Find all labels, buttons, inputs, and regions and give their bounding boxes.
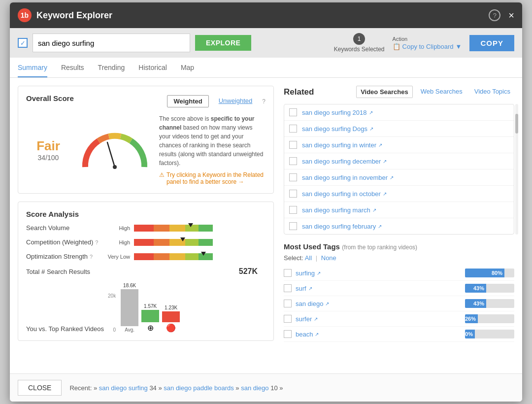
score-description: The score above is specific to your chan… [159,114,266,168]
related-item-checkbox-6[interactable] [289,206,297,214]
tag-link-4[interactable]: beach ↗ [296,331,461,338]
related-item-checkbox-3[interactable] [289,157,297,165]
optimization-bar [134,253,213,260]
related-scrollbar[interactable] [515,104,518,235]
tag-pct-2: 43% [473,301,484,306]
copy-to-clipboard-link[interactable]: 📋 Copy to Clipboard ▼ [393,43,462,50]
tab-results[interactable]: Results [61,58,84,77]
related-item-link-5[interactable]: san diego surfing in october ↗ [302,190,387,198]
search-volume-label: Search Volume [26,224,102,232]
recent-num-0: 34 [149,384,158,392]
related-item-checkbox-4[interactable] [289,173,297,181]
score-analysis-section: Score Analysis Search Volume High [18,202,274,341]
search-checkbox[interactable]: ✓ [18,38,28,48]
related-tab-video-searches[interactable]: Video Searches [356,86,413,98]
tag-ext-icon-0: ↗ [317,270,321,276]
related-item: san diego surfing february ↗ [284,218,514,234]
action-label: Action [393,36,462,42]
related-item-link-0[interactable]: san diego surfing 2018 ↗ [302,109,373,116]
tag-bar-1: 43% [465,284,514,293]
tag-item-4: beach ↗ 20% [284,327,514,342]
score-tabs: Weighted Unweighted [167,95,258,107]
score-info: The score above is specific to your chan… [159,114,266,185]
tag-checkbox-2[interactable] [284,300,292,307]
tag-link-3[interactable]: surfer ↗ [296,315,461,323]
related-item-checkbox-0[interactable] [289,108,297,116]
svg-line-0 [107,142,115,167]
tags-title: Most Used Tags [284,242,340,251]
svg-point-1 [113,165,117,169]
related-item-link-4[interactable]: san diego surfing in november ↗ [302,174,394,181]
recent-link-0[interactable]: san diego surfing [99,384,148,392]
bar-channel-rect [162,311,180,322]
you-icon: ⊕ [147,323,154,333]
related-item-link-7[interactable]: san diego surfing february ↗ [302,223,382,230]
related-item-link-1[interactable]: san diego surfing Dogs ↗ [302,125,373,133]
tag-checkbox-3[interactable] [284,315,292,323]
window-close-button[interactable]: × [508,10,514,21]
recent-link-2[interactable]: san diego [241,384,268,392]
related-item-checkbox-1[interactable] [289,125,297,133]
tag-ext-icon-3: ↗ [314,316,318,322]
title-bar-right: ? × [489,9,514,21]
score-help-icon[interactable]: ? [262,98,266,105]
weighted-tab[interactable]: Weighted [167,95,208,107]
help-icon[interactable]: ? [489,9,500,21]
tag-link-0[interactable]: surfing ↗ [296,269,461,277]
channel-icon: 🔴 [166,323,176,333]
bar-you: 1.57K ⊕ [141,303,159,333]
tab-map[interactable]: Map [181,58,194,77]
tag-bar-3: 26% [465,314,514,323]
tag-bar-0: 80% [465,269,514,277]
tag-checkbox-1[interactable] [284,284,292,292]
gauge-svg [80,130,149,169]
tag-link-1[interactable]: surf ↗ [296,285,461,292]
bar-avg-rect [121,289,138,326]
tag-pct-1: 43% [473,285,484,291]
unweighted-tab[interactable]: Unweighted [213,95,259,107]
chart-row: You vs. Top Ranked Videos 20k 0 18.6K Av… [26,283,266,333]
copy-button[interactable]: COPY [469,35,514,51]
related-item-checkbox-5[interactable] [289,190,297,198]
tags-select-row: Select: All | None [284,254,514,262]
related-item-link-6[interactable]: san diego surfing march ↗ [302,206,376,214]
left-panel: Overall Score Weighted Unweighted ? Fair… [18,86,274,366]
y-label-bot: 0 [108,327,116,333]
competition-bar [134,239,213,246]
search-right: 1 Keywords Selected Action 📋 Copy to Cli… [334,33,514,53]
tag-link-2[interactable]: san diego ↗ [296,300,461,307]
copy-to-clipboard-label: Copy to Clipboard [402,43,454,50]
search-input[interactable] [33,34,190,52]
related-list: san diego surfing 2018 ↗ san diego surfi… [284,104,514,235]
related-tab-web-searches[interactable]: Web Searches [417,86,466,98]
tag-bar-fill-1: 43% [465,284,486,293]
select-none-link[interactable]: None [321,254,336,262]
tag-checkbox-0[interactable] [284,269,292,277]
tag-checkbox-4[interactable] [284,330,292,338]
tab-historical[interactable]: Historical [138,58,167,77]
keywords-selected-label: Keywords Selected [334,46,385,53]
tab-trending[interactable]: Trending [98,58,125,77]
related-item-link-3[interactable]: san diego surfing december ↗ [302,158,387,165]
score-fraction: 34/100 [26,154,70,162]
competition-help-icon[interactable]: ? [95,239,98,245]
related-item-checkbox-7[interactable] [289,222,297,230]
close-button[interactable]: CLOSE [18,380,62,396]
tab-summary[interactable]: Summary [18,58,47,77]
related-tab-video-topics[interactable]: Video Topics [470,86,514,98]
optimization-help-icon[interactable]: ? [90,254,93,260]
bar-channel: 1.23K 🔴 [162,305,180,333]
explore-button[interactable]: EXPLORE [195,35,251,51]
select-all-link[interactable]: All [305,254,312,262]
bar-avg-label: Avg. [125,327,134,333]
related-item-link-2[interactable]: san diego surfing in winter ↗ [302,141,382,149]
related-item: san diego surfing march ↗ [284,202,514,218]
bar-avg: 18.6K Avg. [121,283,138,333]
tag-item-1: surf ↗ 43% [284,281,514,296]
overall-score-title: Overall Score [26,94,74,102]
related-item-checkbox-2[interactable] [289,141,297,149]
recent-link-1[interactable]: san diego paddle boards [164,384,233,392]
right-panel: Related Video Searches Web Searches Vide… [284,86,514,366]
competition-level: High [106,239,130,245]
main-content: Overall Score Weighted Unweighted ? Fair… [10,78,522,373]
